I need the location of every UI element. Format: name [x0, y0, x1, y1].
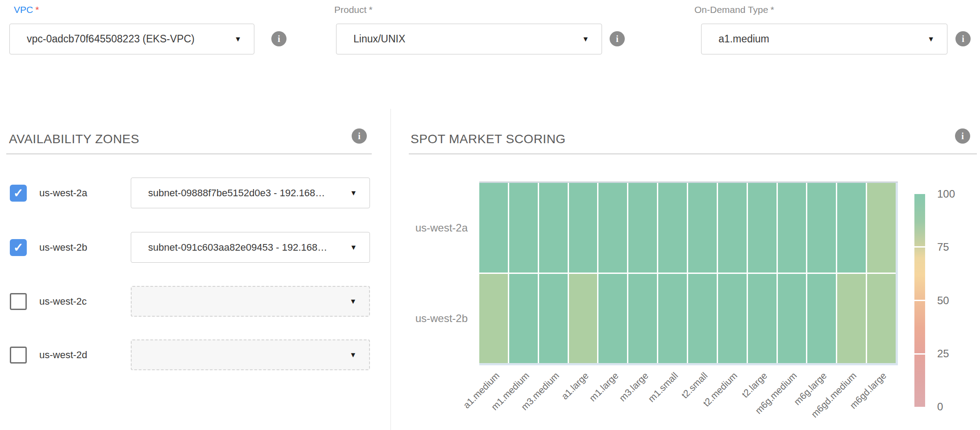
x-axis-label-a1.large: a1.large	[560, 370, 591, 402]
heatmap-cell-us-west-2a-t2.small	[688, 183, 717, 273]
required-asterisk: *	[369, 4, 372, 15]
heatmap-cell-us-west-2b-a1.medium	[479, 274, 508, 364]
legend-tick-label-100: 100	[937, 188, 955, 200]
panel-divider	[390, 109, 391, 430]
subnet-select-value: subnet-091c603aa82e09453 - 192.168…	[131, 242, 345, 253]
on-demand-type-select[interactable]: a1.medium ▼	[701, 24, 947, 54]
heatmap-cell-us-west-2a-t2.medium	[718, 183, 747, 273]
heatmap-grid	[479, 183, 896, 363]
spot-market-scoring-heading: SPOT MARKET SCORING	[411, 132, 566, 146]
chevron-down-icon: ▼	[350, 190, 357, 197]
heatmap-cell-us-west-2a-a1.medium	[479, 183, 508, 273]
zone-label: us-west-2c	[39, 286, 87, 317]
required-asterisk: *	[770, 4, 774, 15]
zone-label: us-west-2d	[39, 339, 87, 370]
x-axis-label-m3.large: m3.large	[617, 370, 651, 404]
y-axis-label-us-west-2a: us-west-2a	[392, 222, 468, 234]
legend-tick-label-25: 25	[937, 347, 949, 360]
heatmap-cell-us-west-2a-m6gd.large	[867, 183, 896, 273]
vpc-label-text: VPC	[14, 4, 33, 15]
vpc-label: VPC*	[14, 4, 39, 15]
spot-scoring-heatmap	[479, 182, 898, 365]
required-asterisk: *	[35, 4, 39, 15]
az-row-us-west-2a: ✓ us-west-2a subnet-09888f7be5152d0e3 - …	[0, 178, 390, 208]
subnet-select-us-west-2c[interactable]: ▼	[131, 286, 370, 317]
spot-config-page: VPC* vpc-0adcb70f645508223 (EKS-VPC) ▼ i…	[0, 0, 980, 430]
heatmap-cell-us-west-2b-m3.medium	[539, 274, 568, 364]
chevron-down-icon: ▼	[234, 36, 241, 43]
on-demand-type-info-icon[interactable]: i	[955, 31, 971, 46]
section-divider	[6, 153, 372, 154]
chevron-down-icon: ▼	[349, 351, 357, 359]
check-icon: ✓	[13, 242, 24, 254]
heatmap-cell-us-west-2b-m6g.medium	[778, 274, 806, 364]
subnet-select-us-west-2b[interactable]: subnet-091c603aa82e09453 - 192.168… ▼	[131, 232, 370, 263]
product-select-value: Linux/UNIX	[336, 33, 577, 45]
on-demand-type-select-value: a1.medium	[702, 33, 922, 45]
chevron-down-icon: ▼	[927, 36, 934, 43]
product-label-text: Product	[334, 4, 366, 15]
heatmap-cell-us-west-2b-m3.large	[628, 274, 657, 364]
on-demand-type-label-text: On-Demand Type	[694, 4, 768, 15]
heatmap-cell-us-west-2b-m6g.large	[807, 274, 836, 364]
heatmap-cell-us-west-2b-a1.large	[569, 274, 598, 364]
az-row-us-west-2c: ✓ us-west-2c ▼	[0, 286, 390, 317]
heatmap-legend-gradient	[914, 194, 925, 407]
spot-market-scoring-info-icon[interactable]: i	[955, 128, 970, 144]
product-label: Product*	[334, 4, 373, 15]
heatmap-cell-us-west-2a-m3.large	[628, 183, 657, 273]
az-row-us-west-2d: ✓ us-west-2d ▼	[0, 339, 390, 370]
checkbox-us-west-2d[interactable]: ✓	[10, 347, 27, 364]
legend-tick	[914, 353, 925, 355]
heatmap-cell-us-west-2b-t2.medium	[718, 274, 747, 364]
heatmap-cell-us-west-2b-t2.large	[748, 274, 777, 364]
legend-tick-label-75: 75	[937, 241, 949, 253]
subnet-select-us-west-2d[interactable]: ▼	[131, 339, 370, 370]
vpc-select[interactable]: vpc-0adcb70f645508223 (EKS-VPC) ▼	[9, 24, 254, 54]
heatmap-cell-us-west-2a-m6gd.medium	[837, 183, 866, 273]
heatmap-cell-us-west-2b-m1.small	[658, 274, 687, 364]
product-info-icon[interactable]: i	[610, 31, 625, 46]
x-axis-label-t2.large: t2.large	[740, 370, 770, 400]
heatmap-cell-us-west-2b-m1.medium	[509, 274, 538, 364]
vpc-info-icon[interactable]: i	[271, 31, 287, 46]
x-axis-label-m1.large: m1.large	[587, 370, 621, 404]
chevron-down-icon: ▼	[582, 36, 589, 43]
chevron-down-icon: ▼	[350, 244, 357, 251]
heatmap-cell-us-west-2a-m3.medium	[539, 183, 568, 273]
subnet-select-value: subnet-09888f7be5152d0e3 - 192.168…	[131, 187, 345, 199]
heatmap-cell-us-west-2b-t2.small	[688, 274, 717, 364]
heatmap-cell-us-west-2b-m1.large	[598, 274, 627, 364]
legend-tick-label-50: 50	[937, 294, 949, 307]
subnet-select-us-west-2a[interactable]: subnet-09888f7be5152d0e3 - 192.168… ▼	[131, 178, 370, 208]
legend-tick	[914, 300, 925, 301]
checkbox-us-west-2b[interactable]: ✓	[10, 239, 27, 256]
legend-tick-label-0: 0	[937, 401, 943, 413]
zone-label: us-west-2a	[39, 178, 87, 208]
product-select[interactable]: Linux/UNIX ▼	[336, 24, 602, 54]
legend-tick	[914, 246, 925, 248]
availability-zones-info-icon[interactable]: i	[352, 128, 367, 144]
availability-zones-heading: AVAILABILITY ZONES	[9, 132, 139, 146]
chevron-down-icon: ▼	[349, 298, 357, 305]
heatmap-cell-us-west-2a-m1.small	[658, 183, 687, 273]
vpc-select-value: vpc-0adcb70f645508223 (EKS-VPC)	[10, 33, 229, 45]
y-axis-label-us-west-2b: us-west-2b	[392, 312, 468, 325]
heatmap-cell-us-west-2a-t2.large	[748, 183, 777, 273]
heatmap-cell-us-west-2b-m6gd.medium	[837, 274, 866, 364]
heatmap-cell-us-west-2a-a1.large	[569, 183, 598, 273]
checkbox-us-west-2c[interactable]: ✓	[10, 293, 27, 310]
az-row-us-west-2b: ✓ us-west-2b subnet-091c603aa82e09453 - …	[0, 232, 390, 263]
on-demand-type-label: On-Demand Type*	[694, 4, 774, 15]
heatmap-cell-us-west-2b-m6gd.large	[867, 274, 896, 364]
heatmap-cell-us-west-2a-m1.large	[598, 183, 627, 273]
heatmap-cell-us-west-2a-m1.medium	[509, 183, 538, 273]
heatmap-cell-us-west-2a-m6g.large	[807, 183, 836, 273]
heatmap-cell-us-west-2a-m6g.medium	[778, 183, 806, 273]
zone-label: us-west-2b	[39, 232, 87, 263]
x-axis-label-m1.small: m1.small	[646, 370, 680, 404]
check-icon: ✓	[13, 187, 24, 199]
checkbox-us-west-2a[interactable]: ✓	[10, 185, 27, 202]
section-divider	[409, 153, 977, 154]
